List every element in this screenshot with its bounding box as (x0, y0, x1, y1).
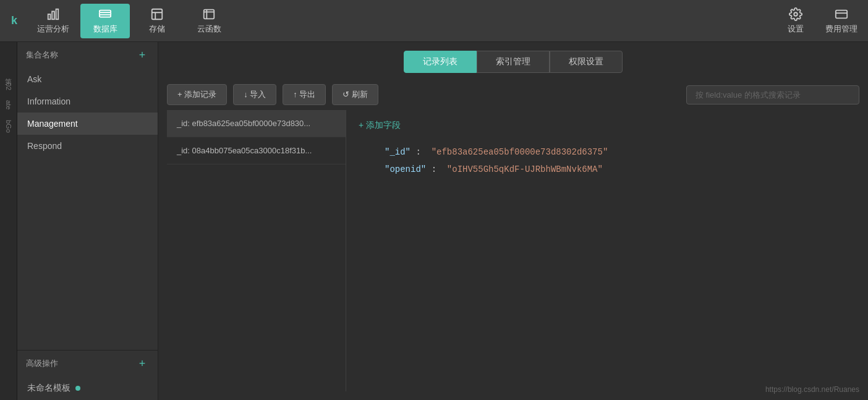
svg-rect-3 (100, 10, 111, 12)
record-item-label-2: _id: 08a4bb075ea05ca3000c18f31b... (177, 146, 312, 155)
app-logo: k (5, 0, 23, 42)
sidebar-add-collection-button[interactable]: + (135, 48, 149, 62)
tab-index-mgmt[interactable]: 索引管理 (477, 51, 550, 73)
sidebar-template-item[interactable]: 未命名模板 (17, 377, 158, 400)
bar-chart-icon (46, 7, 60, 21)
sidebar-item-respond[interactable]: Respond (17, 135, 158, 157)
partial-left-strip: 第 02 ate bGo (0, 42, 17, 400)
sidebar-section-label: 集合名称 (26, 49, 58, 61)
export-label: ↑ 导出 (293, 89, 315, 100)
refresh-label: ↺ 刷新 (343, 89, 368, 100)
nav-cloudfunc-button[interactable]: 云函数 (184, 4, 234, 38)
import-label: ↓ 导入 (244, 89, 266, 100)
sidebar-template-label: 未命名模板 (27, 383, 70, 394)
nav-billing-button[interactable]: 费用管理 (820, 4, 863, 38)
billing-icon (835, 7, 848, 21)
refresh-button[interactable]: ↺ 刷新 (332, 84, 378, 105)
gear-icon (789, 7, 802, 21)
tab-record-list[interactable]: 记录列表 (404, 51, 477, 73)
sidebar-item-information-label: Information (27, 96, 70, 106)
nav-cloudfunc-label: 云函数 (197, 23, 221, 35)
nav-settings-button[interactable]: 设置 (774, 4, 817, 38)
add-record-button[interactable]: + 添加记录 (167, 84, 227, 105)
json-row-openid: "openid" : "oIHV55Gh5qKdF-UJRbhWBmNvk6MA… (359, 161, 847, 178)
cloud-func-icon (202, 7, 216, 21)
sidebar-add-advanced-button[interactable]: + (135, 357, 149, 370)
record-item-label-1: _id: efb83a625ea05bf0000e73d830... (177, 119, 310, 128)
nav-storage-button[interactable]: 存储 (132, 4, 182, 38)
sidebar-item-ask-label: Ask (27, 74, 41, 84)
toolbar: + 添加记录 ↓ 导入 ↑ 导出 ↺ 刷新 (158, 79, 868, 110)
tab-permission[interactable]: 权限设置 (550, 51, 623, 73)
json-key-id: "_id" (385, 147, 411, 157)
sidebar: 集合名称 + Ask Information Management Respon… (17, 42, 158, 400)
tabs-row: 记录列表 索引管理 权限设置 (158, 42, 868, 79)
nav-database-button[interactable]: 数据库 (80, 4, 130, 38)
add-record-label: + 添加记录 (177, 89, 216, 100)
partial-text-4: bGo (5, 120, 12, 133)
record-list: _id: efb83a625ea05bf0000e73d830... _id: … (167, 110, 346, 391)
svg-rect-2 (56, 9, 59, 19)
main-content: 第 02 ate bGo 集合名称 + Ask Information Mana… (0, 42, 868, 400)
svg-rect-10 (836, 10, 847, 18)
nav-buttons-right: 设置 费用管理 (774, 4, 863, 38)
record-list-item[interactable]: _id: efb83a625ea05bf0000e73d830... (167, 110, 346, 137)
database-icon (98, 7, 112, 21)
sidebar-advanced-label: 高级操作 (26, 358, 58, 369)
nav-database-label: 数据库 (93, 23, 117, 35)
sidebar-item-information[interactable]: Information (17, 90, 158, 113)
footer-watermark: https://blog.csdn.net/Ruanes (765, 385, 859, 394)
svg-point-9 (794, 12, 798, 16)
svg-rect-1 (52, 11, 54, 19)
sidebar-advanced-header: 高级操作 + (17, 351, 158, 377)
nav-storage-label: 存储 (149, 23, 165, 35)
svg-rect-7 (152, 9, 163, 19)
sidebar-item-management-label: Management (27, 119, 78, 129)
record-detail: + 添加字段 "_id" : "efb83a625ea05bf0000e73d8… (346, 110, 859, 391)
sidebar-item-ask[interactable]: Ask (17, 68, 158, 90)
sidebar-bottom: 高级操作 + 未命名模板 (17, 350, 158, 400)
nav-buttons-left: 运营分析 数据库 存储 云函数 (28, 4, 234, 38)
record-list-item[interactable]: _id: 08a4bb075ea05ca3000c18f31b... (167, 137, 346, 164)
storage-icon (150, 7, 164, 21)
sidebar-item-management[interactable]: Management (17, 113, 158, 135)
partial-text-2: 02 (5, 83, 12, 90)
record-area: _id: efb83a625ea05bf0000e73d830... _id: … (158, 110, 868, 400)
nav-analytics-button[interactable]: 运营分析 (28, 4, 78, 38)
search-input[interactable] (686, 85, 859, 104)
nav-billing-label: 费用管理 (825, 23, 857, 35)
import-button[interactable]: ↓ 导入 (233, 84, 276, 105)
nav-settings-label: 设置 (788, 23, 804, 35)
json-value-openid: "oIHV55Gh5qKdF-UJRbhWBmNvk6MA" (447, 164, 603, 174)
json-value-id: "efb83a625ea05bf0000e73d8302d6375" (432, 147, 608, 157)
svg-rect-0 (48, 14, 51, 19)
template-dot-indicator (75, 386, 80, 391)
add-field-button[interactable]: + 添加字段 (359, 120, 847, 131)
search-wrapper (686, 85, 859, 104)
right-content: 记录列表 索引管理 权限设置 + 添加记录 ↓ 导入 ↑ 导出 ↺ 刷新 (158, 42, 868, 400)
nav-analytics-label: 运营分析 (37, 23, 69, 35)
export-button[interactable]: ↑ 导出 (283, 84, 326, 105)
svg-rect-8 (204, 9, 215, 19)
svg-rect-4 (100, 14, 111, 17)
json-key-openid: "openid" (385, 164, 426, 174)
json-view: "_id" : "efb83a625ea05bf0000e73d8302d637… (359, 143, 847, 178)
sidebar-section-header: 集合名称 + (17, 42, 158, 68)
sidebar-item-respond-label: Respond (27, 141, 62, 151)
json-row-id: "_id" : "efb83a625ea05bf0000e73d8302d637… (359, 143, 847, 161)
add-field-label: + 添加字段 (359, 120, 401, 131)
top-nav: k 运营分析 数据库 存储 云函数 (0, 0, 868, 42)
partial-text-3: ate (5, 100, 12, 109)
